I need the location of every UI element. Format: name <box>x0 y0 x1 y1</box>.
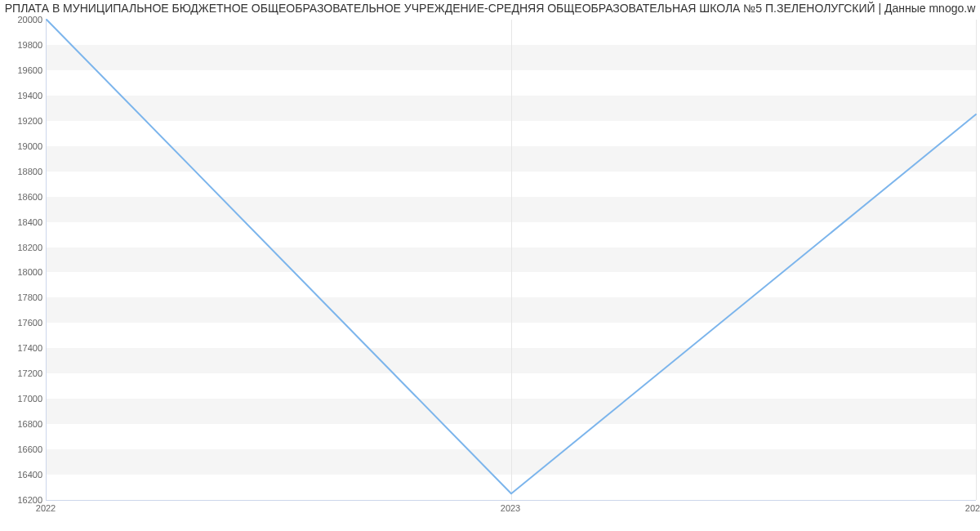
chart: РПЛАТА В МУНИЦИПАЛЬНОЕ БЮДЖЕТНОЕ ОБЩЕОБР… <box>0 0 980 531</box>
y-tick-label: 17600 <box>3 318 42 328</box>
y-tick-label: 16800 <box>3 419 42 429</box>
y-tick-label: 19800 <box>3 40 42 50</box>
y-tick-label: 17000 <box>3 394 42 404</box>
y-tick-label: 19000 <box>3 141 42 151</box>
y-tick-label: 19400 <box>3 91 42 100</box>
series-line <box>47 20 976 493</box>
y-tick-label: 16400 <box>3 470 42 480</box>
line-layer <box>47 20 976 500</box>
x-tick-label: 2022 <box>36 503 56 513</box>
y-tick-label: 19600 <box>3 65 42 75</box>
y-tick-label: 17200 <box>3 368 42 378</box>
plot-area <box>46 20 976 501</box>
y-tick-label: 18400 <box>3 217 42 227</box>
y-tick-label: 18800 <box>3 167 42 176</box>
y-tick-label: 17800 <box>3 292 42 302</box>
x-tick-label: 2023 <box>501 503 520 513</box>
y-tick-label: 18600 <box>3 192 42 202</box>
chart-title: РПЛАТА В МУНИЦИПАЛЬНОЕ БЮДЖЕТНОЕ ОБЩЕОБР… <box>0 2 980 15</box>
x-tick-label: 2024 <box>965 503 980 513</box>
y-tick-label: 18000 <box>3 267 42 277</box>
y-tick-label: 20000 <box>3 15 42 25</box>
y-tick-label: 19200 <box>3 116 42 126</box>
y-tick-label: 17400 <box>3 343 42 353</box>
y-tick-label: 18200 <box>3 243 42 252</box>
y-tick-label: 16600 <box>3 444 42 454</box>
gridline-vertical <box>976 20 977 500</box>
